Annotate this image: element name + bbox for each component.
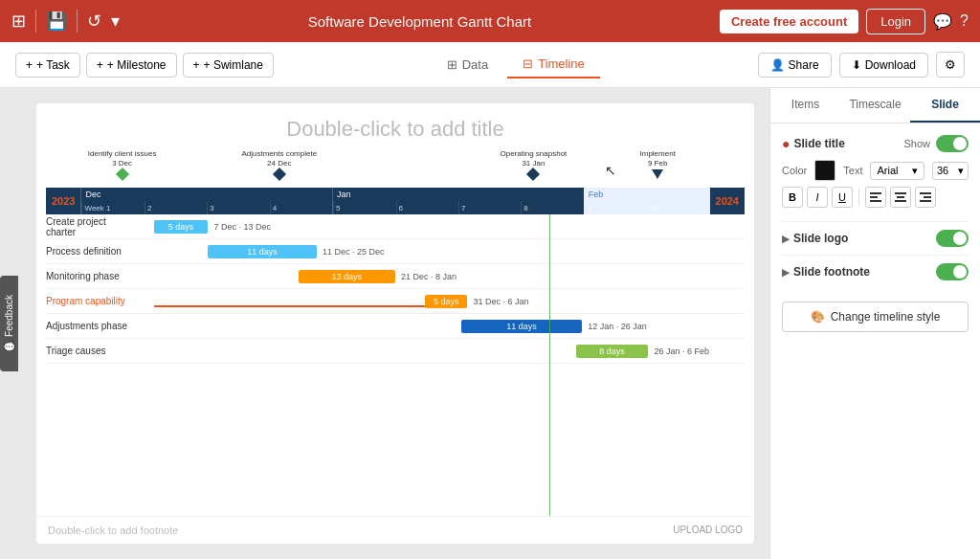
create-free-account-button[interactable]: Create free account <box>720 10 858 34</box>
gantt-bar-5[interactable]: 11 days <box>461 320 582 333</box>
row-bar-area-3: 13 days 21 Dec · 8 Jan <box>142 264 745 288</box>
slide-footnote-title: ▶ Slide footnote <box>782 265 870 279</box>
underline-button[interactable]: U <box>832 187 853 208</box>
home-icon[interactable]: ⊞ <box>11 11 26 32</box>
top-nav: ⊞ 💾 ↺ ▾ Software Development Gantt Chart… <box>0 0 980 42</box>
add-swimlane-button[interactable]: + + Swimlane <box>183 53 274 78</box>
timeline-icon: ⊟ <box>523 56 533 71</box>
color-swatch[interactable] <box>814 160 835 181</box>
gantt-title[interactable]: Double-click to add title <box>36 103 754 149</box>
share-button[interactable]: 👤 Share <box>758 53 832 78</box>
row-label-4[interactable]: Program capability <box>46 296 142 306</box>
gantt-months: Dec Week 1 2 3 4 Jan 5 6 <box>80 188 709 214</box>
jan-weeks: 5 6 7 8 <box>333 201 584 214</box>
gantt-bar-3[interactable]: 13 days <box>299 270 395 283</box>
slide-title-text: Slide title <box>793 137 844 150</box>
bold-button[interactable]: B <box>782 187 803 208</box>
week-3: 3 <box>207 201 269 214</box>
login-button[interactable]: Login <box>866 9 925 34</box>
nav-left-icons: ⊞ 💾 ↺ ▾ <box>11 10 120 33</box>
share-label: Share <box>789 58 819 72</box>
week-9: 9 <box>585 201 647 214</box>
week-2: 2 <box>145 201 207 214</box>
milestone-diamond-3 <box>526 168 540 181</box>
svg-rect-5 <box>895 200 906 202</box>
format-row: B I U <box>782 187 969 208</box>
upload-logo-label[interactable]: UPLOAD LOGO <box>673 525 743 536</box>
feb-weeks: 9 10 <box>585 201 710 214</box>
gantt-bar-6[interactable]: 8 days <box>576 345 649 358</box>
add-task-button[interactable]: + + Task <box>15 53 80 78</box>
row-bar-area-4: 5 days 31 Dec · 6 Jan <box>142 289 745 313</box>
align-right-button[interactable] <box>915 187 936 208</box>
data-tab-label: Data <box>462 57 488 72</box>
chat-icon[interactable]: 💬 <box>933 12 952 31</box>
font-size-select[interactable]: 36 ▾ <box>932 162 969 180</box>
feedback-tab[interactable]: 💬 Feedback <box>0 276 18 371</box>
svg-rect-6 <box>920 192 931 194</box>
milestone-area: Identify client issues3 Dec Adjustments … <box>46 149 745 188</box>
settings-button[interactable]: ⚙ <box>936 52 965 78</box>
data-tab[interactable]: ⊞ Data <box>432 51 503 78</box>
week-6: 6 <box>396 201 458 214</box>
week-8: 8 <box>521 201 583 214</box>
download-button[interactable]: ⬇ Download <box>839 53 928 78</box>
table-row: Process definition 11 days 11 Dec · 25 D… <box>46 239 745 264</box>
week-10: 10 <box>647 201 709 214</box>
change-style-area: 🎨 Change timeline style <box>782 302 969 332</box>
tab-slide[interactable]: Slide <box>910 88 980 123</box>
redo-icon[interactable]: ▾ <box>111 11 120 32</box>
bar-label-5: 12 Jan · 26 Jan <box>588 322 647 331</box>
timeline-tab[interactable]: ⊟ Timeline <box>507 51 600 78</box>
add-milestone-button[interactable]: + + Milestone <box>86 53 177 78</box>
task-label: + Task <box>36 58 70 72</box>
italic-button[interactable]: I <box>807 187 828 208</box>
month-dec: Dec Week 1 2 3 4 <box>80 188 332 214</box>
slide-footnote-toggle[interactable] <box>936 263 969 280</box>
undo-icon[interactable]: ↺ <box>87 11 101 32</box>
tab-timescale[interactable]: Timescale <box>840 88 910 123</box>
color-label: Color <box>782 165 807 176</box>
gantt-bar-2[interactable]: 11 days <box>208 245 316 258</box>
month-feb: Feb 9 10 <box>584 188 710 214</box>
bar-label-4: 31 Dec · 6 Jan <box>474 297 529 306</box>
gantt-header: 2023 Dec Week 1 2 3 4 Jan <box>46 188 745 214</box>
tab-items[interactable]: Items <box>770 88 840 123</box>
chevron-right-icon2: ▶ <box>782 267 790 278</box>
year-2024: 2024 <box>710 188 745 214</box>
change-style-label: Change timeline style <box>831 310 941 324</box>
month-jan-label: Jan <box>333 188 584 201</box>
milestone-1: Identify client issues3 Dec <box>88 149 157 179</box>
bullet-icon: ● <box>782 136 790 151</box>
nav-divider <box>35 10 36 33</box>
row-bar-area-5: 11 days 12 Jan · 26 Jan <box>142 314 745 338</box>
gantt-bar-1[interactable]: 5 days <box>154 220 209 234</box>
align-right-icon <box>920 192 931 202</box>
table-row: Adjustments phase 11 days 12 Jan · 26 Ja… <box>46 314 745 339</box>
nav-right: Create free account Login 💬 ? <box>720 9 969 34</box>
main-layout: 💬 Feedback Double-click to add title Ide… <box>0 88 980 559</box>
gantt-bar-4[interactable]: 5 days <box>425 295 467 308</box>
month-jan: Jan 5 6 7 8 <box>332 188 584 214</box>
help-icon[interactable]: ? <box>960 12 969 30</box>
timeline-tab-label: Timeline <box>538 56 585 71</box>
align-left-icon <box>870 192 881 202</box>
milestone-4: Implement9 Feb <box>640 149 676 179</box>
palette-icon: 🎨 <box>811 310 825 324</box>
milestone-arrow-4 <box>652 169 663 179</box>
gantt-rows: Create project charter 5 days 7 Dec · 13… <box>46 214 745 516</box>
align-center-button[interactable] <box>890 187 911 208</box>
gantt-footnote-text[interactable]: Double-click to add footnote <box>48 525 178 536</box>
milestone-diamond-1 <box>116 168 129 181</box>
slide-title-toggle[interactable] <box>936 135 969 152</box>
row-label-6: Triage causes <box>46 346 142 356</box>
align-left-button[interactable] <box>865 187 886 208</box>
feedback-label: Feedback <box>4 295 14 337</box>
font-name: Arial <box>877 165 898 176</box>
save-icon[interactable]: 💾 <box>46 11 67 32</box>
font-select[interactable]: Arial ▾ <box>870 162 924 180</box>
change-timeline-style-button[interactable]: 🎨 Change timeline style <box>782 302 969 332</box>
download-icon: ⬇ <box>852 58 861 72</box>
slide-logo-toggle[interactable] <box>936 230 969 247</box>
milestone-2: Adjustments complete24 Dec <box>241 149 317 179</box>
